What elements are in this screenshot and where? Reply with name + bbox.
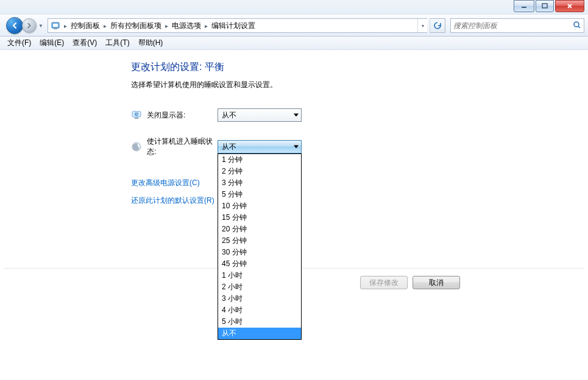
- content-area: 更改计划的设置: 平衡 选择希望计算机使用的睡眠设置和显示设置。 关闭显示器: …: [0, 50, 588, 380]
- title-bar: [0, 0, 588, 15]
- dropdown-option[interactable]: 1 分钟: [218, 154, 301, 166]
- restore-defaults-link[interactable]: 还原此计划的默认设置(R): [131, 196, 214, 205]
- page-description: 选择希望计算机使用的睡眠设置和显示设置。: [131, 80, 460, 90]
- svg-rect-1: [542, 4, 547, 8]
- search-box[interactable]: [450, 18, 584, 33]
- moon-icon: [131, 141, 142, 152]
- chevron-right-icon: ▸: [163, 23, 171, 29]
- chevron-right-icon: ▸: [202, 23, 210, 29]
- breadcrumb-item[interactable]: 所有控制面板项: [109, 21, 163, 31]
- breadcrumb-item[interactable]: 控制面板: [69, 21, 101, 31]
- menu-file[interactable]: 文件(F): [4, 37, 35, 49]
- minimize-button[interactable]: [514, 0, 534, 12]
- menu-help[interactable]: 帮助(H): [135, 37, 167, 49]
- menu-view[interactable]: 查看(V): [69, 37, 101, 49]
- monitor-icon: [131, 110, 142, 121]
- svg-rect-0: [522, 7, 526, 8]
- dropdown-option[interactable]: 4 小时: [218, 304, 301, 316]
- search-icon[interactable]: [573, 21, 581, 31]
- chevron-down-icon: [294, 114, 299, 117]
- dropdown-option[interactable]: 从不: [218, 328, 301, 339]
- dropdown-option[interactable]: 25 分钟: [218, 235, 301, 247]
- nav-history-dropdown[interactable]: ▼: [37, 19, 45, 32]
- dropdown-option[interactable]: 2 小时: [218, 281, 301, 293]
- breadcrumb[interactable]: ▸ 控制面板 ▸ 所有控制面板项 ▸ 电源选项 ▸ 编辑计划设置 ▾: [48, 18, 427, 33]
- dropdown-option[interactable]: 3 分钟: [218, 177, 301, 189]
- svg-rect-4: [54, 29, 57, 29]
- setting-label: 关闭显示器:: [147, 110, 218, 121]
- sleep-combo[interactable]: 从不: [218, 140, 302, 153]
- dropdown-option[interactable]: 2 分钟: [218, 166, 301, 177]
- svg-point-5: [574, 22, 579, 27]
- dropdown-option[interactable]: 1 小时: [218, 270, 301, 281]
- back-button[interactable]: [6, 17, 23, 34]
- refresh-button[interactable]: [430, 18, 445, 33]
- dropdown-option[interactable]: 3 小时: [218, 293, 301, 304]
- breadcrumb-item[interactable]: 编辑计划设置: [210, 21, 257, 31]
- chevron-right-icon: ▸: [62, 23, 69, 29]
- dropdown-option[interactable]: 5 分钟: [218, 189, 301, 200]
- combo-value: 从不: [222, 110, 236, 121]
- display-off-combo[interactable]: 从不: [218, 108, 302, 122]
- setting-display-off: 关闭显示器: 从不: [131, 108, 460, 122]
- dropdown-option[interactable]: 10 分钟: [218, 200, 301, 212]
- save-button: 保存修改: [360, 276, 408, 289]
- page-title: 更改计划的设置: 平衡: [131, 61, 460, 74]
- dropdown-option[interactable]: 5 小时: [218, 316, 301, 328]
- breadcrumb-item[interactable]: 电源选项: [171, 21, 202, 31]
- advanced-settings-link[interactable]: 更改高级电源设置(C): [131, 178, 200, 187]
- control-panel-icon: [51, 21, 60, 30]
- chevron-right-icon: ▸: [101, 23, 109, 29]
- nav-toolbar: ▼ ▸ 控制面板 ▸ 所有控制面板项 ▸ 电源选项 ▸ 编辑计划设置 ▾: [0, 15, 588, 37]
- breadcrumb-dropdown[interactable]: ▾: [417, 19, 427, 32]
- svg-rect-8: [135, 118, 138, 119]
- close-button[interactable]: [555, 0, 584, 12]
- combo-value: 从不: [222, 142, 236, 152]
- dropdown-option[interactable]: 20 分钟: [218, 223, 301, 235]
- search-input[interactable]: [453, 21, 573, 30]
- forward-button[interactable]: [22, 18, 37, 33]
- maximize-button[interactable]: [536, 0, 554, 12]
- sleep-dropdown-list[interactable]: 1 分钟2 分钟3 分钟5 分钟10 分钟15 分钟20 分钟25 分钟30 分…: [218, 153, 302, 340]
- cancel-button[interactable]: 取消: [413, 276, 460, 289]
- dropdown-option[interactable]: 45 分钟: [218, 258, 301, 270]
- chevron-down-icon: [294, 146, 299, 149]
- setting-label: 使计算机进入睡眠状态:: [147, 136, 218, 157]
- menu-edit[interactable]: 编辑(E): [36, 37, 68, 49]
- dropdown-option[interactable]: 30 分钟: [218, 247, 301, 258]
- menu-bar: 文件(F) 编辑(E) 查看(V) 工具(T) 帮助(H): [0, 37, 588, 50]
- svg-rect-3: [53, 24, 58, 27]
- dropdown-option[interactable]: 15 分钟: [218, 212, 301, 223]
- menu-tools[interactable]: 工具(T): [102, 37, 133, 49]
